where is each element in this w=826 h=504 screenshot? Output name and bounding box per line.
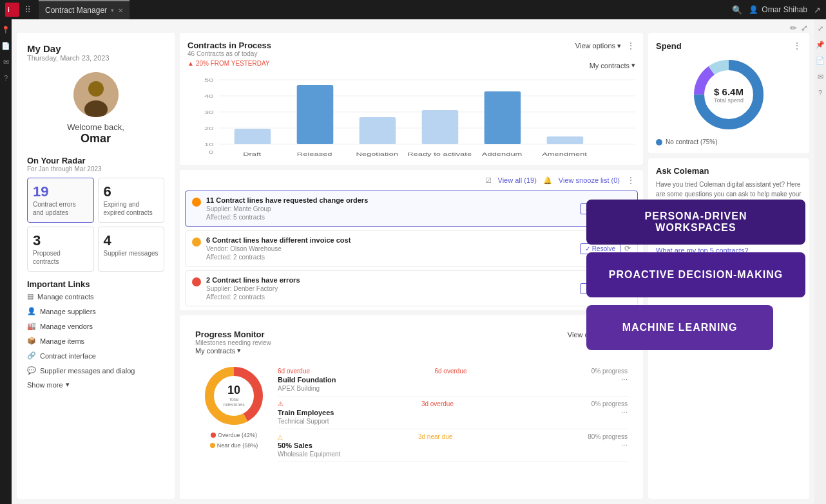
progress-header: Progress Monitor Milestones needing revi… — [187, 323, 635, 364]
milestone-header-1: ⚠ 3d overdue 0% progress — [278, 400, 628, 407]
progress-my-contracts[interactable]: My contracts ▾ — [195, 346, 628, 355]
alert-item-2[interactable]: 2 Contract lines have errors Supplier: D… — [185, 270, 638, 306]
radar-card-3[interactable]: 4 Supplier messages — [98, 227, 165, 272]
radar-grid: 19 Contract errors and updates 6 Expirin… — [27, 178, 164, 272]
contracts-subtitle: 46 Contracts as of today — [187, 50, 271, 57]
view-options-label: View options — [575, 42, 615, 50]
sidebar-pin-icon[interactable]: 📍 — [1, 26, 10, 34]
sidebar-mail-icon[interactable]: ✉ — [3, 58, 9, 66]
search-icon[interactable]: 🔍 — [732, 5, 742, 15]
link-manage-items[interactable]: 📦 Manage items — [27, 333, 164, 348]
legend-overdue-label: Overdue (42%) — [218, 432, 257, 438]
link-manage-contracts[interactable]: ▤ Manage contracts — [27, 289, 164, 304]
link-label-2: Manage vendors — [40, 322, 93, 330]
alert-meta2-0: Affected: 5 contracts — [206, 214, 368, 221]
edit-icon[interactable]: ✏ — [790, 23, 797, 33]
milestone-list: 6d overdue 6d overdue 0% progress Build … — [278, 364, 628, 462]
link-label-4: Contract interface — [40, 352, 96, 360]
spend-donut-chart: $ 6.4M Total spend — [690, 56, 767, 133]
milestone-company-2: Wholesale Equipment — [278, 451, 340, 458]
tab-dropdown-icon[interactable]: ▾ — [111, 7, 114, 14]
alerts-card: ☑ View all (19) 🔔 View snooze list (0) ⋮… — [180, 170, 643, 310]
overlay-text-2: MACHINE LEARNING — [622, 322, 738, 333]
view-snooze-icon: 🔔 — [543, 176, 552, 185]
contracts-bar-chart: 50 40 30 20 10 0 Draft Released — [187, 73, 635, 157]
contracts-header: Contracts in Process 46 Contracts as of … — [187, 41, 635, 57]
milestone-status-text-1: 3d overdue — [421, 400, 454, 407]
sidebar-help-icon[interactable]: ? — [4, 74, 8, 82]
spend-title: Spend — [656, 41, 682, 51]
alert-title-2: 2 Contract lines have errors — [206, 276, 300, 284]
overlay-banner-0[interactable]: PERSONA-DRIVEN WORKSPACES — [586, 200, 805, 245]
milestone-menu-0[interactable]: ··· — [621, 375, 628, 384]
svg-text:i: i — [8, 6, 10, 14]
milestone-name-0: Build Foundation — [278, 376, 336, 384]
radar-card-2[interactable]: 3 Proposed contracts — [27, 227, 94, 272]
spend-menu-icon[interactable]: ⋮ — [792, 41, 802, 51]
svg-text:0: 0 — [209, 149, 213, 155]
milestone-menu-2[interactable]: ··· — [621, 440, 628, 449]
radar-num-2: 3 — [33, 232, 88, 249]
svg-text:Ready to activate: Ready to activate — [407, 151, 472, 157]
link-contract-interface[interactable]: 🔗 Contract interface — [27, 348, 164, 363]
legend-overdue: Overdue (42%) — [211, 432, 257, 438]
view-all-link[interactable]: View all (19) — [498, 176, 537, 184]
svg-point-2 — [88, 81, 104, 97]
my-contracts-button[interactable]: My contracts ▾ — [590, 61, 635, 70]
right-doc-icon[interactable]: 📄 — [816, 57, 825, 65]
expand-icon[interactable]: ⤢ — [801, 23, 808, 33]
milestone-item-0: 6d overdue 6d overdue 0% progress Build … — [278, 364, 628, 397]
alert-item-0[interactable]: 11 Contract lines have requested change … — [185, 191, 638, 227]
avatar-section: Welcome back, Omar — [27, 72, 164, 145]
svg-text:40: 40 — [204, 93, 213, 99]
milestone-status-2: △ — [278, 433, 283, 440]
link-icon-4: 🔗 — [27, 351, 36, 360]
svg-text:50: 50 — [204, 77, 213, 83]
spend-center-values: $ 6.4M Total spend — [714, 86, 744, 104]
exit-icon[interactable]: ↗ — [814, 5, 821, 15]
alert-meta2-2: Affected: 2 contracts — [206, 294, 300, 301]
radar-card-0[interactable]: 19 Contract errors and updates — [27, 178, 94, 223]
right-mail-icon[interactable]: ✉ — [818, 73, 823, 81]
svg-text:30: 30 — [204, 109, 213, 115]
topbar: i ⠿ Contract Manager ▾ ✕ 🔍 👤 Omar Shihab… — [0, 0, 826, 19]
middle-column: Contracts in Process 46 Contracts as of … — [180, 33, 643, 499]
alert-item-1[interactable]: 6 Contract lines have different invoice … — [185, 230, 638, 266]
alerts-menu-icon[interactable]: ⋮ — [626, 175, 635, 185]
alert-meta1-1: Vendor: Olson Warehouse — [206, 245, 351, 252]
overlay-banner-2[interactable]: MACHINE LEARNING — [586, 305, 773, 350]
alert-meta1-0: Supplier: Mante Group — [206, 205, 368, 212]
link-supplier-messages[interactable]: 💬 Supplier messages and dialog — [27, 363, 164, 378]
donut-legend-2: Near due (58%) — [210, 442, 258, 449]
svg-text:20: 20 — [204, 126, 213, 131]
spend-donut: $ 6.4M Total spend — [656, 56, 802, 133]
link-manage-suppliers[interactable]: 👤 Manage suppliers — [27, 304, 164, 319]
svg-text:Released: Released — [297, 151, 332, 157]
view-snooze-link[interactable]: View snooze list (0) — [559, 176, 620, 184]
alert-meta2-1: Affected: 2 contracts — [206, 254, 351, 261]
overlay-banner-1[interactable]: PROACTIVE DECISION-MAKING — [586, 252, 805, 297]
right-pin-icon[interactable]: 📌 — [816, 41, 825, 49]
contracts-header-right: View options ▾ ⋮ — [575, 41, 635, 51]
contracts-menu-icon[interactable]: ⋮ — [626, 41, 635, 51]
contracts-title: Contracts in Process — [187, 41, 271, 50]
alerts-header-links: ☑ View all (19) 🔔 View snooze list (0) ⋮ — [485, 175, 636, 185]
radar-card-1[interactable]: 6 Expiring and expired contracts — [98, 178, 165, 223]
contract-manager-tab[interactable]: Contract Manager ▾ ✕ — [39, 0, 130, 19]
show-more-button[interactable]: Show more ▾ — [27, 380, 164, 389]
sidebar-doc-icon[interactable]: 📄 — [1, 42, 10, 50]
tab-close-icon[interactable]: ✕ — [118, 7, 123, 14]
left-column: My Day Thursday, March 23, 2023 Welcome … — [17, 33, 175, 499]
milestone-name-2: 50% Sales — [278, 442, 340, 449]
user-name: Omar Shihab — [762, 5, 807, 14]
milestone-status-0: 6d overdue — [278, 368, 310, 375]
milestone-menu-1[interactable]: ··· — [621, 407, 628, 416]
link-manage-vendors[interactable]: 🏭 Manage vendors — [27, 319, 164, 333]
right-expand-icon[interactable]: ⤢ — [818, 24, 823, 33]
view-options-dropdown-icon: ▾ — [617, 42, 621, 50]
right-help-icon[interactable]: ? — [818, 89, 822, 97]
spend-legend-0: No contract (75%) — [656, 138, 802, 145]
svg-text:Negotiation: Negotiation — [356, 151, 398, 157]
app-grid-icon[interactable]: ⠿ — [24, 5, 31, 15]
view-options-button[interactable]: View options ▾ — [575, 42, 621, 50]
